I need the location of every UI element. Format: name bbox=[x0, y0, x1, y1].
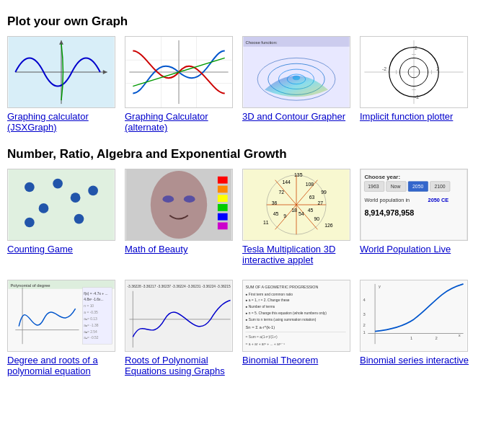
link-graphing-calc-2[interactable]: Graphing Calculator (alternate) bbox=[125, 111, 236, 133]
svg-rect-35 bbox=[9, 169, 115, 240]
svg-text:x: x bbox=[459, 333, 461, 337]
link-world-pop[interactable]: World Population Live bbox=[360, 244, 451, 254]
svg-rect-51 bbox=[218, 213, 228, 221]
card-binomial-series: y x 4 3 2 1 1 2 Binomial series interact… bbox=[360, 280, 472, 376]
svg-text:54: 54 bbox=[299, 211, 304, 216]
svg-text:144: 144 bbox=[282, 180, 291, 185]
svg-text:45: 45 bbox=[273, 211, 279, 216]
card-world-pop: Choose year: 1963 Now 2050 2100 World po… bbox=[360, 169, 472, 265]
svg-text:2050 CE: 2050 CE bbox=[428, 197, 449, 203]
thumb-degree-roots: Polynomial of degree f(x) = -4.7x + ... … bbox=[7, 280, 115, 352]
section-poly: Polynomial of degree f(x) = -4.7x + ... … bbox=[7, 280, 497, 376]
svg-text:= Sum = a(1-rⁿ)/(1-r): = Sum = a(1-rⁿ)/(1-r) bbox=[245, 335, 278, 339]
svg-text:-2: -2 bbox=[382, 66, 386, 71]
svg-text:9: 9 bbox=[283, 213, 286, 218]
card-degree-roots: Polynomial of degree f(x) = -4.7x + ... … bbox=[7, 280, 119, 376]
thumb-binomial-series: y x 4 3 2 1 1 2 bbox=[360, 280, 468, 352]
link-3d-contour[interactable]: 3D and Contour Grapher bbox=[242, 111, 345, 122]
svg-text:a₄= -0.52: a₄= -0.52 bbox=[84, 336, 98, 340]
section-title-plot: Plot your own Graph bbox=[7, 14, 497, 29]
svg-text:Sn = Σ a·r^(k-1): Sn = Σ a·r^(k-1) bbox=[245, 325, 275, 329]
svg-text:90: 90 bbox=[314, 216, 320, 221]
card-3d-contour: Choose function: bbox=[242, 36, 354, 133]
svg-text:72: 72 bbox=[279, 190, 285, 195]
grid-plot: Graphing calculator (JSXGraph) bbox=[7, 36, 497, 133]
svg-point-42 bbox=[88, 186, 98, 196]
svg-text:1: 1 bbox=[410, 336, 412, 340]
svg-text:Choose year:: Choose year: bbox=[364, 174, 400, 180]
link-graphing-calc-1[interactable]: Graphing calculator (JSXGraph) bbox=[7, 111, 119, 133]
link-binomial[interactable]: Binomial Theorem bbox=[242, 355, 318, 366]
thumb-graphing-calc-2 bbox=[125, 36, 233, 108]
link-implicit[interactable]: Implicit function plotter bbox=[360, 111, 453, 122]
section-number: Number, Ratio, Algebra and Exponential G… bbox=[7, 147, 497, 265]
svg-text:108: 108 bbox=[306, 182, 314, 187]
svg-text:n = 10: n = 10 bbox=[84, 304, 94, 308]
section-plot: Plot your own Graph Graphin bbox=[7, 14, 497, 133]
svg-text:135: 135 bbox=[294, 172, 303, 177]
link-roots-poly[interactable]: Roots of Polynomial Equations using Grap… bbox=[125, 355, 236, 376]
thumb-counting-game bbox=[7, 169, 115, 241]
svg-text:● a = 1, r = 2. Change these: ● a = 1, r = 2. Change these bbox=[245, 298, 289, 302]
svg-text:27: 27 bbox=[317, 200, 323, 205]
svg-text:a₃= 2.54: a₃= 2.54 bbox=[84, 330, 97, 334]
svg-point-44 bbox=[151, 171, 207, 239]
link-tesla[interactable]: Tesla Multiplication 3D interactive appl… bbox=[242, 244, 354, 265]
svg-text:y: y bbox=[379, 284, 381, 288]
svg-text:45: 45 bbox=[308, 208, 314, 213]
svg-text:2: 2 bbox=[436, 66, 439, 71]
svg-text:63: 63 bbox=[309, 195, 315, 200]
svg-text:1963: 1963 bbox=[368, 184, 379, 189]
svg-text:a₁= 0.13: a₁= 0.13 bbox=[84, 317, 97, 321]
svg-point-39 bbox=[39, 203, 49, 213]
svg-text:● First term and common ratio: ● First term and common ratio bbox=[245, 293, 293, 296]
card-math-of-beauty: Math of Beauty bbox=[125, 169, 236, 265]
svg-text:Choose function:: Choose function: bbox=[245, 40, 277, 45]
svg-text:-3.36228 -3.36217 -3.36237 -3.: -3.36228 -3.36217 -3.36237 -3.36224 -3.3… bbox=[127, 285, 231, 288]
svg-text:4.8x² -1.6x...: 4.8x² -1.6x... bbox=[84, 298, 103, 301]
link-counting-game[interactable]: Counting Game bbox=[7, 244, 73, 254]
svg-text:-2: -2 bbox=[415, 94, 419, 99]
svg-text:126: 126 bbox=[324, 223, 333, 228]
card-counting-game: Counting Game bbox=[7, 169, 119, 265]
svg-point-36 bbox=[25, 182, 35, 192]
grid-number: Counting Game bbox=[7, 169, 497, 265]
svg-text:1: 1 bbox=[363, 330, 365, 335]
svg-text:2: 2 bbox=[435, 336, 437, 340]
svg-text:8,914,978,958: 8,914,978,958 bbox=[364, 208, 414, 217]
card-binomial: SUM OF A GEOMETRIC PROGRESSION ● First t… bbox=[242, 280, 354, 376]
svg-text:99: 99 bbox=[321, 190, 327, 195]
svg-point-40 bbox=[25, 218, 35, 228]
svg-text:f(x) = -4.7x + ...: f(x) = -4.7x + ... bbox=[84, 292, 107, 296]
svg-text:a₂= -1.38: a₂= -1.38 bbox=[84, 324, 98, 327]
section-title-number: Number, Ratio, Algebra and Exponential G… bbox=[7, 147, 497, 161]
svg-text:11: 11 bbox=[263, 220, 269, 225]
thumb-world-pop: Choose year: 1963 Now 2050 2100 World po… bbox=[360, 169, 468, 241]
card-implicit: -2 2 2 -2 Implicit function plotter bbox=[360, 36, 472, 133]
svg-point-45 bbox=[162, 195, 174, 203]
svg-text:● n = 5. Change this equation : ● n = 5. Change this equation (whole num… bbox=[245, 311, 327, 315]
svg-text:World population in: World population in bbox=[364, 197, 410, 203]
thumb-3d-contour: Choose function: bbox=[242, 36, 350, 108]
svg-text:2050: 2050 bbox=[412, 184, 423, 189]
svg-text:● Number of terms: ● Number of terms bbox=[245, 305, 275, 309]
link-binomial-series[interactable]: Binomial series interactive bbox=[360, 355, 469, 366]
svg-point-38 bbox=[71, 192, 81, 203]
thumb-tesla: 135 99 144 108 72 63 36 27 45 11 9 18 54… bbox=[242, 169, 350, 241]
svg-rect-48 bbox=[218, 186, 228, 193]
svg-text:Now: Now bbox=[391, 184, 401, 189]
svg-text:● Sum to n terms (using summat: ● Sum to n terms (using summation notati… bbox=[245, 318, 316, 322]
svg-text:2: 2 bbox=[363, 323, 365, 327]
svg-text:2100: 2100 bbox=[434, 184, 445, 189]
svg-rect-49 bbox=[218, 195, 228, 202]
svg-text:a = -0.35: a = -0.35 bbox=[84, 311, 98, 314]
thumb-math-of-beauty bbox=[125, 169, 233, 241]
link-math-of-beauty[interactable]: Math of Beauty bbox=[125, 244, 187, 254]
svg-text:Polynomial of degree: Polynomial of degree bbox=[10, 283, 50, 288]
link-degree-roots[interactable]: Degree and roots of a polynomial equatio… bbox=[7, 355, 119, 376]
thumb-graphing-calc-1 bbox=[7, 36, 115, 108]
thumb-binomial: SUM OF A GEOMETRIC PROGRESSION ● First t… bbox=[242, 280, 350, 352]
svg-text:2: 2 bbox=[415, 45, 417, 50]
svg-point-46 bbox=[184, 195, 195, 203]
svg-rect-117 bbox=[361, 280, 467, 351]
